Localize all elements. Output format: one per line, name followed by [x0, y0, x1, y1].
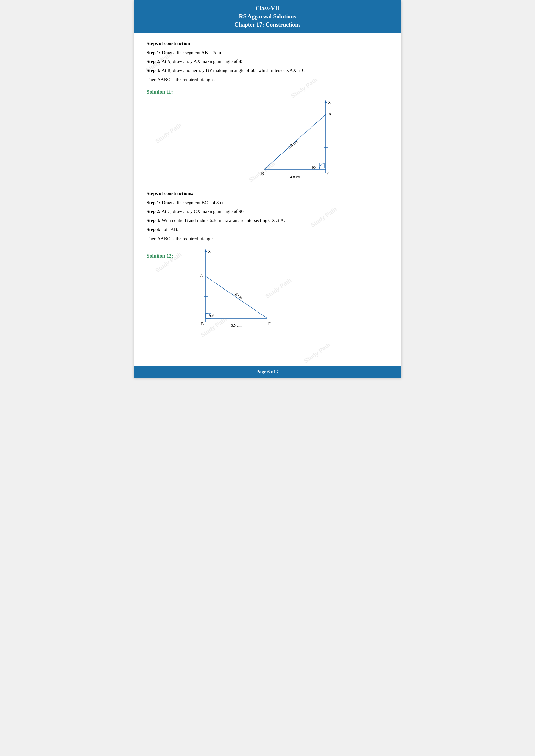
watermark: Study Path: [154, 122, 183, 145]
step-1-label: Step 1:: [147, 50, 161, 55]
svg-text:B: B: [261, 171, 264, 176]
svg-rect-5: [319, 163, 324, 168]
s11-step-4-text: Join AB.: [162, 227, 178, 232]
page: Class-VII RS Aggarwal Solutions Chapter …: [134, 0, 401, 378]
s11-step-3-label: Step 3:: [147, 218, 161, 223]
header-line2: RS Aggarwal Solutions: [140, 13, 395, 21]
diagram-11: X 90° B: [211, 98, 388, 185]
solution-12-left: Solution 12:: [147, 247, 173, 262]
header-line3: Chapter 17: Constructions: [140, 21, 395, 29]
svg-text:90°: 90°: [209, 314, 214, 318]
solution-11-heading: Solution 11:: [147, 89, 388, 95]
svg-text:A: A: [328, 112, 332, 117]
page-number: Page 6 of 7: [256, 369, 279, 374]
s11-step-4-label: Step 4:: [147, 227, 161, 232]
s11-step-1: Step 1: Draw a line segment BC = 4.8 cm: [147, 200, 388, 206]
step-2-line: Step 2: At A, draw a ray AX making an an…: [147, 58, 388, 65]
steps-of-construction-heading: Steps of construction:: [147, 41, 388, 46]
svg-text:4.8 cm: 4.8 cm: [290, 175, 301, 179]
diagram-11-svg: X 90° B: [255, 98, 345, 185]
step-3-label: Step 3:: [147, 68, 161, 73]
svg-text:A: A: [200, 273, 204, 278]
s11-step-3: Step 3: With centre B and radius 6.3cm d…: [147, 217, 388, 224]
svg-text:X: X: [208, 249, 211, 254]
svg-marker-15: [205, 249, 207, 253]
then-line-11: Then ΔABC is the required triangle.: [147, 235, 388, 242]
step-2-label: Step 2:: [147, 59, 161, 64]
steps-block-11: Step 1: Draw a line segment BC = 4.8 cm …: [147, 200, 388, 233]
header-line1: Class-VII: [140, 5, 395, 13]
svg-text:C: C: [327, 171, 330, 176]
step-3-line: Step 3: At B, draw another ray BY making…: [147, 67, 388, 74]
s11-step-2: Step 2: At C, draw a ray CX making an an…: [147, 208, 388, 215]
svg-text:B: B: [201, 322, 204, 326]
s11-step-1-label: Step 1:: [147, 200, 161, 205]
svg-text:90°: 90°: [312, 166, 317, 169]
main-content: Study Path Study Path Study Path Study P…: [134, 33, 401, 378]
svg-text:3.5 cm: 3.5 cm: [231, 323, 241, 328]
solution-12-heading: Solution 12:: [147, 253, 173, 259]
then-line-1: Then ΔABC is the required triangle.: [147, 76, 388, 83]
page-header: Class-VII RS Aggarwal Solutions Chapter …: [134, 0, 401, 33]
svg-text:C: C: [268, 322, 271, 326]
step-2-text: At A, draw a ray AX making an angle of 4…: [161, 59, 246, 64]
svg-text:X: X: [328, 100, 331, 105]
s11-step-4: Step 4: Join AB.: [147, 226, 388, 233]
page-footer: Page 6 of 7: [134, 366, 401, 378]
watermark: Study Path: [303, 341, 331, 364]
s11-step-1-text: Draw a line segment BC = 4.8 cm: [162, 200, 225, 205]
step-1-text: Draw a line segment AB = 7cm.: [162, 50, 222, 55]
step-3-text: At B, draw another ray BY making an angl…: [161, 68, 305, 73]
svg-line-17: [206, 276, 267, 318]
s11-step-2-text: At C, draw a ray CX making an angle of 9…: [161, 209, 246, 214]
s11-step-3-text: With centre B and radius 6.3cm draw an a…: [162, 218, 285, 223]
steps-of-constructions-11-heading: Steps of constructions:: [147, 191, 388, 196]
svg-text:6.3 cm: 6.3 cm: [287, 139, 298, 149]
diagram-12-svg: X 9: [180, 247, 277, 331]
svg-marker-1: [324, 100, 327, 103]
s11-step-2-label: Step 2:: [147, 209, 161, 214]
solution-12-row: Solution 12: X: [147, 247, 388, 333]
step-1-line: Step 1: Draw a line segment AB = 7cm.: [147, 49, 388, 57]
solution-12-diagram: X 9: [180, 247, 388, 333]
